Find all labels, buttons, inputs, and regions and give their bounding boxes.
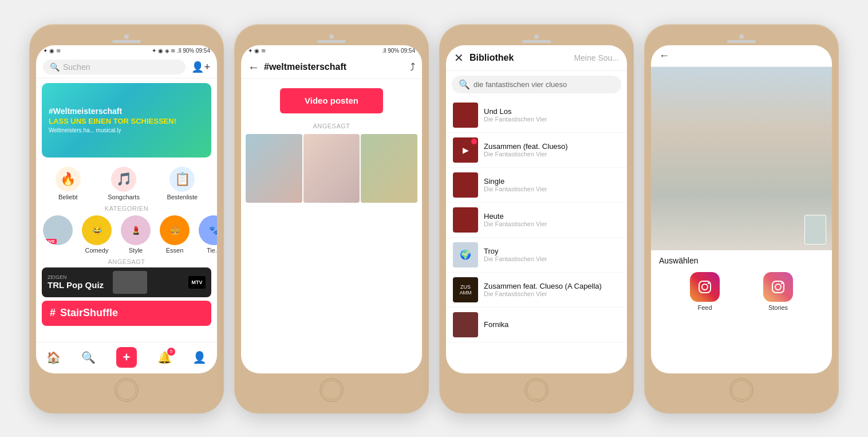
song-item-fornika[interactable]: Fornika: [446, 308, 627, 342]
stories-label: Stories: [768, 304, 788, 311]
stories-share[interactable]: Stories: [763, 272, 793, 311]
zeigen-card[interactable]: ZEIGEN TRL Pop Quiz MTV: [42, 267, 211, 297]
song-thumb-1: [453, 103, 478, 128]
tiere-circle: 🐾: [199, 215, 217, 245]
cat-beliebt-label: Beliebt: [58, 194, 78, 200]
screen-2: ✦ ◉ ≋ .ll 90% 09:54 ← #weltmeisterschaft…: [241, 45, 422, 373]
cat-songcharts[interactable]: 🎵 Songcharts: [108, 167, 140, 200]
kat-style[interactable]: 💄 Style: [119, 215, 153, 254]
svg-point-5: [781, 282, 783, 284]
bestenliste-icon: 📋: [169, 167, 195, 192]
song-thumb-4: [453, 207, 478, 233]
kat-comedy[interactable]: 😂 Comedy: [80, 215, 114, 254]
nav-plus[interactable]: +: [116, 347, 137, 368]
status-bar-2: ✦ ◉ ≋ .ll 90% 09:54: [241, 45, 422, 56]
status-time: ✦ ◉ ◈ ≋ .ll 90% 09:54: [152, 48, 210, 54]
fire-icon: 🔥: [56, 167, 81, 192]
kat-essen[interactable]: 🍔 Essen: [157, 215, 192, 254]
song-item-zusammen[interactable]: ▶ Zusammen (feat. Clueso) Die Fantastisc…: [446, 133, 627, 168]
auswaehlen-label: Auswählen: [651, 250, 832, 269]
video-post-button[interactable]: Video posten: [280, 88, 383, 113]
status-bar-1: ✦ ◉ ≋ ✦ ◉ ◈ ≋ .ll 90% 09:54: [36, 45, 217, 56]
song-name-5: Troy: [484, 247, 620, 255]
song-thumb-6: ZUSAMM: [453, 277, 478, 302]
song-item-heute[interactable]: Heute Die Fantastischen Vier: [446, 203, 627, 238]
nav-home[interactable]: 🏠: [46, 351, 61, 364]
home-button-3[interactable]: [524, 378, 549, 402]
kat-tiere[interactable]: 🐾 Tie...: [196, 215, 217, 254]
svg-point-2: [708, 282, 709, 284]
thumb-1[interactable]: [246, 134, 302, 203]
bibliothek-title: Bibliothek: [469, 53, 574, 63]
song-thumb-7: [453, 312, 478, 337]
search-placeholder: Suchen: [63, 62, 90, 72]
nav-bell[interactable]: 🔔 5: [157, 351, 172, 364]
cat-bestenliste-label: Bestenliste: [167, 194, 198, 200]
comedy-circle: 😂: [82, 215, 112, 245]
songcharts-icon: 🎵: [111, 167, 136, 192]
song-item-single[interactable]: Single Die Fantastischen Vier: [446, 168, 627, 203]
phone-3: ✕ Bibliothek Meine Sou... 🔍 die fantasti…: [439, 24, 634, 414]
close-button[interactable]: ✕: [454, 51, 464, 65]
feed-share[interactable]: Feed: [690, 272, 720, 311]
song-info-2: Zusammen (feat. Clueso) Die Fantastische…: [484, 142, 620, 158]
p3-header: ✕ Bibliothek Meine Sou...: [446, 45, 627, 71]
home-button-inner-3: [527, 380, 546, 400]
play-icon: ▶: [463, 145, 469, 155]
zeigen-prefix: ZEIGEN: [48, 274, 104, 280]
screen-4: ← Auswählen Feed: [651, 45, 832, 373]
video-grid: [246, 134, 417, 203]
search-icon: 🔍: [50, 62, 60, 72]
corner-thumbnail: [804, 215, 826, 245]
search-input[interactable]: 🔍 Suchen: [43, 60, 186, 74]
back-button-2[interactable]: ←: [248, 61, 259, 74]
cat-bestenliste[interactable]: 📋 Bestenliste: [167, 167, 198, 200]
search-query: die fantastischen vier clueso: [474, 80, 567, 89]
banner-card[interactable]: #Weltmeisterschaft LASS UNS EINEN TOR SC…: [42, 83, 211, 158]
kategories-row: LIVE 😂 Comedy 💄 Style 🍔 Essen 🐾 Tie...: [36, 215, 217, 254]
song-item-zusammen-acapella[interactable]: ZUSAMM Zusammen feat. Clueso (A Capella)…: [446, 273, 627, 308]
song-name-3: Single: [484, 177, 620, 186]
banner-headline: LASS UNS EINEN TOR SCHIESSEN!: [49, 117, 204, 126]
home-button[interactable]: [115, 378, 139, 402]
front-camera-2: [329, 34, 334, 39]
kat-live[interactable]: LIVE: [41, 215, 75, 254]
back-button-4[interactable]: ←: [659, 50, 669, 62]
p2-header: ← #weltmeisterschaft ⤴: [241, 56, 422, 79]
song-item-troy[interactable]: 🌍 Troy Die Fantastischen Vier: [446, 238, 627, 273]
hashtag-title: StairShuffle: [60, 307, 118, 319]
live-badge: LIVE: [44, 239, 57, 244]
instagram-stories-icon: [763, 272, 793, 302]
thumb-3[interactable]: [361, 134, 417, 203]
kat-essen-label: Essen: [166, 247, 184, 254]
phone-2: ✦ ◉ ≋ .ll 90% 09:54 ← #weltmeisterschaft…: [234, 24, 429, 414]
front-camera: [124, 34, 129, 39]
meine-sou-tab[interactable]: Meine Sou...: [574, 53, 619, 62]
thumb-2[interactable]: [303, 134, 360, 203]
cat-beliebt[interactable]: 🔥 Beliebt: [56, 167, 81, 200]
song-artist-1: Die Fantastischen Vier: [484, 116, 620, 123]
hashtag-card[interactable]: # StairShuffle: [42, 301, 211, 326]
nav-profile[interactable]: 👤: [192, 351, 207, 364]
screen-3: ✕ Bibliothek Meine Sou... 🔍 die fantasti…: [446, 45, 627, 373]
home-button-inner-2: [322, 380, 341, 400]
song-info-1: Und Los Die Fantastischen Vier: [484, 107, 620, 123]
search-icon-3: 🔍: [459, 79, 470, 90]
nav-search[interactable]: 🔍: [81, 351, 96, 364]
home-button-4[interactable]: [729, 378, 753, 402]
home-button-inner-4: [732, 380, 751, 400]
song-artist-2: Die Fantastischen Vier: [484, 151, 620, 158]
p3-search[interactable]: 🔍 die fantastischen vier clueso: [452, 76, 621, 93]
p4-header: ←: [651, 45, 832, 67]
song-item-und-los[interactable]: Und Los Die Fantastischen Vier: [446, 98, 627, 133]
song-artist-6: Die Fantastischen Vier: [484, 290, 620, 297]
song-artist-4: Die Fantastischen Vier: [484, 221, 620, 227]
add-profile-button[interactable]: 👤+: [191, 61, 210, 73]
banner-hashtag: #Weltmeisterschaft: [49, 107, 204, 116]
song-name-2: Zusammen (feat. Clueso): [484, 142, 620, 151]
song-name-4: Heute: [484, 212, 620, 221]
svg-point-1: [702, 284, 708, 290]
song-thumb-3: [453, 172, 478, 198]
share-button-2[interactable]: ⤴: [410, 61, 415, 73]
home-button-2[interactable]: [319, 378, 344, 402]
